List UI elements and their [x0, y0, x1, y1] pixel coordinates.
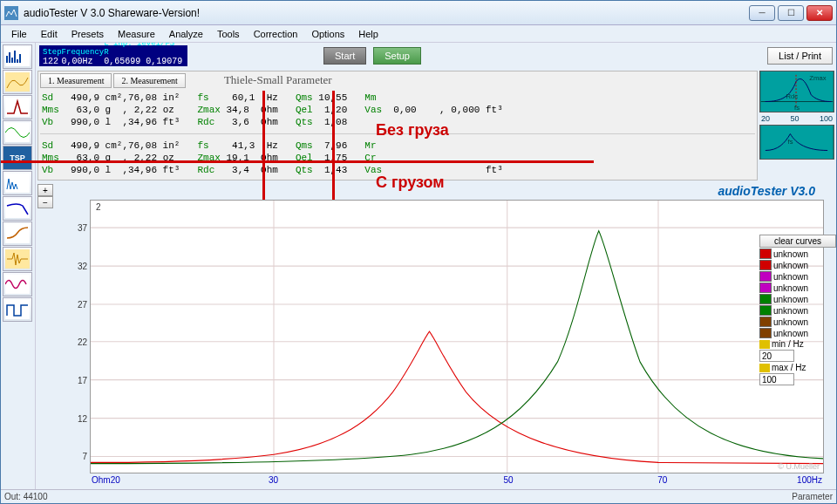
x-axis: Ohm20 30 50 70 100Hz — [90, 475, 824, 489]
tool-fft-icon[interactable] — [3, 171, 32, 195]
legend-row[interactable]: unknown — [759, 249, 836, 259]
mini-tick-100: 100 — [820, 114, 833, 123]
tool-tsp-icon[interactable]: TSP — [3, 146, 32, 170]
xtick-70: 70 — [657, 475, 667, 485]
menu-file[interactable]: File — [4, 27, 34, 41]
mini-tick-50: 50 — [790, 114, 799, 123]
legend-row[interactable]: unknown — [759, 328, 836, 338]
tool-response-icon[interactable] — [3, 196, 32, 221]
menu-help[interactable]: Help — [351, 27, 385, 41]
swatch-icon — [759, 340, 770, 349]
list-print-button[interactable]: List / Print — [767, 47, 833, 65]
svg-rect-6 — [5, 199, 30, 218]
svg-text:fs: fs — [794, 104, 800, 112]
step-header: Step — [43, 48, 62, 57]
xtick-100: 100Hz — [797, 475, 822, 485]
swatch-icon — [759, 260, 772, 270]
legend-row[interactable]: unknown — [759, 294, 836, 304]
legend-row[interactable]: unknown — [759, 317, 836, 327]
menu-analyze[interactable]: Analyze — [162, 27, 210, 41]
ytick-17: 17 — [78, 375, 87, 385]
chart-wrap: + − audioTester V3.0 2 7 12 17 22 27 32 … — [36, 182, 833, 489]
tool-wave-icon[interactable] — [3, 272, 32, 296]
tool-burst-icon[interactable] — [3, 247, 32, 271]
tool-filter-icon[interactable] — [3, 221, 32, 246]
swatch-icon — [759, 249, 772, 259]
legend-row[interactable]: unknown — [759, 260, 836, 270]
close-button[interactable]: ✕ — [806, 5, 833, 21]
ytick-22: 22 — [78, 337, 87, 347]
svg-text:Rdc: Rdc — [786, 92, 799, 100]
tab-measurement-2[interactable]: 2. Measurement — [113, 73, 185, 88]
xtick-30: 30 — [269, 475, 278, 485]
impedance-plot[interactable]: 2 7 12 17 22 27 32 37 — [90, 200, 824, 473]
zoom-out-button[interactable]: − — [37, 196, 53, 208]
mini-chart-1[interactable]: Zmax Rdc fs — [759, 71, 834, 112]
tab-measurement-1[interactable]: 1. Measurement — [40, 73, 112, 88]
window-title: audioTester V 3.0 Shareware-Version! — [24, 7, 749, 19]
level-value: 0,65699 0,19079 — [104, 57, 182, 66]
legend-panel: clear curves unknown unknown unknown unk… — [759, 235, 836, 385]
level-header: L inp. level/FS R — [104, 43, 184, 57]
thiele-small-panel: 1. Measurement 2. Measurement Thiele-Sma… — [37, 71, 758, 180]
max-hz-label: max / Hz — [759, 363, 836, 372]
ytick-32: 32 — [78, 261, 87, 270]
legend-row[interactable]: unknown — [759, 283, 836, 293]
main-area: Step122 Frequency0,00Hz L inp. level/FS … — [36, 43, 836, 489]
params-row-1: Sd 490,9 cm²,76,08 in²Mms 63,0 g , 2,22 … — [40, 90, 755, 130]
setup-button[interactable]: Setup — [373, 47, 421, 65]
svg-text:Zmax: Zmax — [809, 74, 826, 82]
params-row-2: Sd 490,9 cm²,76,08 in²Mms 63,0 g , 2,22 … — [40, 138, 755, 178]
tool-square-icon[interactable] — [3, 297, 32, 322]
tool-spectrum-icon[interactable] — [3, 44, 32, 69]
menu-tools[interactable]: Tools — [210, 27, 247, 41]
legend-row[interactable]: unknown — [759, 271, 836, 282]
legend-row[interactable]: unknown — [759, 305, 836, 316]
swatch-icon — [759, 305, 772, 316]
xtick-20: 20 — [111, 475, 120, 485]
swatch-icon — [759, 283, 772, 293]
freq-value: 0,00Hz — [62, 57, 93, 66]
minimize-button[interactable]: ─ — [749, 5, 775, 21]
tool-impedance-icon[interactable] — [3, 95, 32, 119]
body: TSP Step122 Frequency0,00Hz L inp. level… — [1, 43, 836, 489]
mini-chart-column: Zmax Rdc fs 20 50 100 fs — [758, 69, 836, 161]
max-hz-input[interactable] — [759, 373, 794, 385]
titlebar: audioTester V 3.0 Shareware-Version! ─ ☐… — [1, 1, 836, 25]
chart-title: audioTester V3.0 — [55, 182, 833, 198]
tool-scope-icon[interactable] — [3, 120, 32, 145]
clear-curves-button[interactable]: clear curves — [759, 235, 836, 248]
freq-header: Frequency — [62, 48, 105, 57]
ytick-27: 27 — [78, 299, 87, 309]
statusbar: Out: 44100 Parameter — [1, 489, 836, 503]
xtick-50: 50 — [503, 475, 513, 485]
svg-rect-0 — [4, 6, 18, 20]
start-button[interactable]: Start — [323, 47, 366, 65]
menu-measure[interactable]: Measure — [111, 27, 162, 41]
status-right: Parameter — [792, 492, 833, 501]
maximize-button[interactable]: ☐ — [778, 5, 804, 21]
min-hz-input[interactable] — [759, 350, 794, 362]
swatch-icon — [759, 294, 772, 304]
menu-edit[interactable]: Edit — [34, 27, 65, 41]
ytick-7: 7 — [82, 452, 87, 461]
min-hz-label: min / Hz — [759, 339, 836, 349]
mini-chart-2[interactable]: fs — [759, 125, 834, 160]
tool-sweep-icon[interactable] — [3, 70, 32, 94]
svg-rect-5 — [5, 174, 30, 193]
swatch-icon — [759, 328, 772, 338]
menu-presets[interactable]: Presets — [65, 27, 111, 41]
mini-tick-20: 20 — [761, 114, 770, 123]
step-value: 122 — [43, 57, 58, 66]
left-toolbar: TSP — [1, 43, 36, 489]
swatch-icon — [759, 317, 772, 327]
ytick-37: 37 — [78, 223, 87, 233]
menu-options[interactable]: Options — [304, 27, 351, 41]
ts-header: Thiele-Small Parameter — [224, 73, 332, 88]
swatch-icon — [759, 364, 770, 372]
menu-correction[interactable]: Correction — [247, 27, 305, 41]
status-samplerate: Out: 44100 — [4, 492, 47, 501]
window-buttons: ─ ☐ ✕ — [749, 5, 833, 21]
zoom-in-button[interactable]: + — [37, 184, 53, 196]
svg-text:fs: fs — [788, 138, 793, 146]
